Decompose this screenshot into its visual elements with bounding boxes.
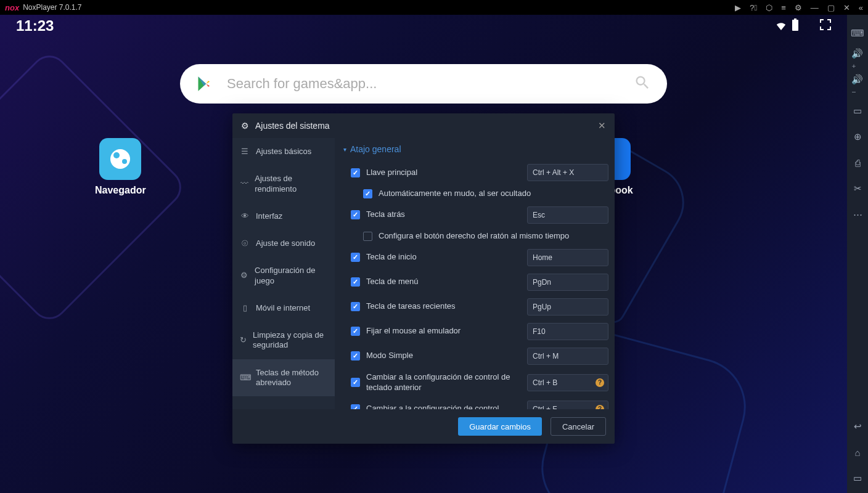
gear-icon: ⚙ — [241, 121, 249, 131]
shortcut-row: Tecla de tareas recientesPgUp — [343, 295, 608, 319]
row-label: Configura el botón derecho del ratón al … — [379, 231, 608, 242]
more-icon[interactable]: ⋯ — [851, 208, 864, 221]
screenshot-icon[interactable]: ▭ — [851, 105, 864, 117]
clock: 11:23 — [16, 17, 54, 35]
row-label: Automáticamente en mudo, al ser ocultado — [379, 189, 608, 199]
search-input[interactable] — [227, 76, 634, 92]
android-statusbar: 11:23 — [0, 15, 847, 37]
sidebar-item-basic[interactable]: ☰Ajustes básicos — [232, 138, 335, 165]
pulse-icon: 〰 — [240, 179, 248, 189]
sidebar-item-label: Limpieza y copia de seguridad — [253, 330, 327, 351]
battery-icon — [792, 18, 799, 34]
shortcut-row: Cambiar a la configuración de control de… — [343, 369, 608, 397]
sidebar-item-label: Teclas de método abreviado — [256, 368, 327, 388]
search-bar[interactable] — [180, 64, 667, 104]
checkbox[interactable] — [351, 378, 360, 387]
key-input[interactable]: Ctrl + B? — [527, 374, 608, 391]
row-label: Tecla atrás — [366, 210, 521, 220]
row-label: Tecla de tareas recientes — [366, 301, 521, 312]
checkbox[interactable] — [351, 277, 360, 287]
row-label: Llave principal — [366, 168, 521, 178]
shortcut-row: Tecla de menúPgDn — [343, 270, 608, 295]
key-input[interactable]: Ctrl + Alt + X — [527, 164, 608, 181]
sidebar-item-label: Ajuste de sonido — [256, 238, 315, 248]
shortcut-row: Cambiar a la configuración de controlCtr… — [343, 397, 608, 409]
key-input[interactable]: F10 — [527, 323, 608, 340]
checkbox[interactable] — [351, 404, 360, 409]
help-badge-icon[interactable]: ? — [596, 405, 604, 409]
sliders-icon: ☰ — [240, 147, 250, 157]
shortcut-row: Tecla atrásEsc — [343, 203, 608, 227]
menu-icon[interactable]: ≡ — [781, 3, 786, 12]
theme-icon[interactable]: ⬡ — [766, 3, 772, 12]
refresh-icon: ↻ — [240, 335, 247, 345]
search-icon[interactable] — [634, 74, 651, 94]
sidebar-item-performance[interactable]: 〰Ajustes de rendimiento — [232, 165, 335, 203]
section-header[interactable]: ▾Atajo general — [343, 144, 608, 154]
sidebar-item-sound[interactable]: ⦾Ajuste de sonido — [232, 230, 335, 257]
checkbox[interactable] — [363, 189, 372, 198]
gear-icon: ⚙ — [240, 271, 248, 280]
app-title: NoxPlayer 7.0.1.7 — [23, 3, 81, 12]
minimize-icon[interactable]: — — [811, 3, 819, 12]
checkbox[interactable] — [351, 351, 360, 361]
home-icon[interactable]: ⌂ — [851, 446, 864, 458]
section-title: Atajo general — [350, 144, 401, 154]
volume-up-icon[interactable]: 🔊₊ — [851, 53, 864, 65]
back-icon[interactable]: ↩ — [851, 420, 864, 433]
save-button[interactable]: Guardar cambios — [458, 417, 542, 436]
help-icon[interactable]: ?⃞ — [750, 3, 757, 12]
sidebar-item-cleanup[interactable]: ↻Limpieza y copia de seguridad — [232, 322, 335, 359]
key-input[interactable]: PgUp — [527, 298, 608, 316]
key-input[interactable]: Ctrl + M — [527, 348, 608, 365]
sidebar-item-interface[interactable]: 👁Interfaz — [232, 203, 335, 230]
dialog-header: ⚙ Ajustes del sistema ✕ — [232, 113, 615, 138]
settings-icon[interactable]: ⚙ — [795, 3, 802, 12]
fullscreen-icon[interactable] — [820, 19, 831, 33]
sidebar-collapse-icon[interactable]: « — [859, 3, 863, 12]
shortcut-row: Llave principalCtrl + Alt + X — [343, 160, 608, 185]
key-input[interactable]: Ctrl + F? — [527, 401, 608, 409]
checkbox[interactable] — [363, 232, 372, 241]
emulator-screen: 11:23 Navegador Facebook — [0, 15, 847, 493]
svg-point-4 — [122, 159, 127, 164]
checkbox[interactable] — [351, 327, 360, 336]
dialog-close-button[interactable]: ✕ — [598, 120, 606, 131]
key-input[interactable]: PgDn — [527, 274, 608, 291]
checkbox[interactable] — [351, 253, 360, 262]
sidebar-item-label: Configuración de juego — [255, 266, 327, 286]
svg-point-3 — [113, 152, 120, 158]
help-badge-icon[interactable]: ? — [596, 378, 604, 387]
checkbox[interactable] — [351, 302, 360, 311]
maximize-icon[interactable]: ▢ — [827, 3, 835, 12]
shortcut-row: Tecla de inicioHome — [343, 245, 608, 270]
settings-dialog: ⚙ Ajustes del sistema ✕ ☰Ajustes básicos… — [232, 113, 615, 444]
add-file-icon[interactable]: ⊕ — [851, 131, 864, 143]
titlebar: nox NoxPlayer 7.0.1.7 ▶ ?⃞ ⬡ ≡ ⚙ — ▢ ✕ « — [0, 0, 868, 15]
checkbox[interactable] — [351, 210, 360, 219]
apk-install-icon[interactable]: ⎙ — [851, 157, 864, 169]
svg-point-2 — [110, 149, 130, 169]
sidebar-item-mobile[interactable]: ▯Móvil e internet — [232, 295, 335, 322]
shortcut-subrow: Configura el botón derecho del ratón al … — [343, 227, 608, 245]
wifi-icon — [774, 19, 788, 33]
app-browser[interactable]: Navegador — [95, 138, 146, 196]
recent-apps-icon[interactable]: ▭ — [851, 472, 864, 484]
keyboard-mapping-icon[interactable]: ⌨ — [851, 27, 864, 39]
scissors-icon[interactable]: ✂ — [851, 182, 864, 195]
key-input[interactable]: Home — [527, 249, 608, 266]
playstore-icon[interactable]: ▶ — [735, 3, 741, 12]
play-logo-icon — [196, 75, 213, 92]
mobile-icon: ▯ — [240, 303, 250, 313]
sidebar-item-game[interactable]: ⚙Configuración de juego — [232, 257, 335, 295]
close-icon[interactable]: ✕ — [843, 3, 850, 12]
sidebar-item-label: Ajustes de rendimiento — [255, 174, 327, 194]
volume-down-icon[interactable]: 🔊₋ — [851, 79, 864, 91]
checkbox[interactable] — [351, 168, 360, 177]
dialog-title: Ajustes del sistema — [255, 121, 330, 131]
key-input[interactable]: Esc — [527, 206, 608, 224]
sidebar-item-label: Móvil e internet — [256, 303, 310, 313]
cancel-button[interactable]: Cancelar — [551, 417, 606, 436]
row-label: Cambiar a la configuración de control — [366, 404, 521, 409]
sidebar-item-shortcuts[interactable]: ⌨Teclas de método abreviado — [232, 359, 335, 397]
